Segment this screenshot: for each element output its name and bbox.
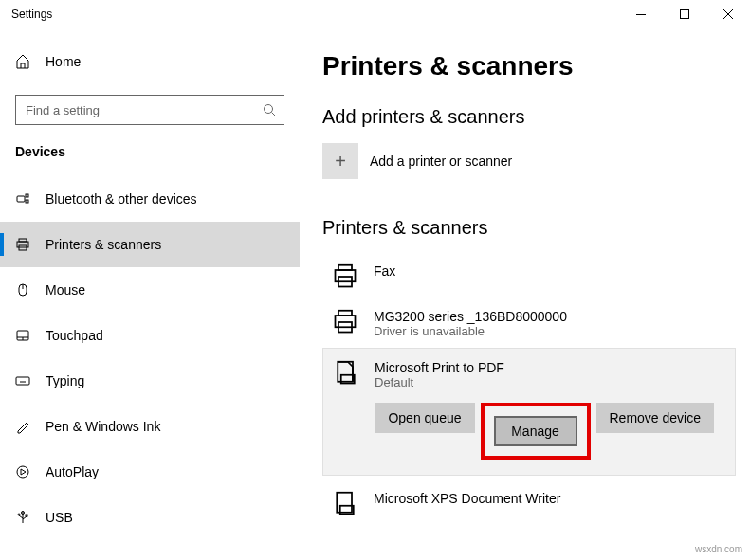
printer-icon — [333, 360, 361, 387]
close-button[interactable] — [706, 0, 750, 28]
svg-rect-1 — [681, 10, 689, 19]
page-heading: Printers & scanners — [322, 51, 731, 81]
close-icon — [723, 9, 733, 19]
search-input[interactable]: Find a setting — [15, 95, 284, 125]
sidebar-item-label: Pen & Windows Ink — [46, 419, 160, 434]
sidebar-item-label: Bluetooth & other devices — [46, 191, 197, 207]
device-status: Driver is unavailable — [374, 324, 731, 338]
autoplay-icon — [15, 464, 34, 479]
open-queue-button[interactable]: Open queue — [375, 403, 474, 433]
content-pane: Printers & scanners Add printers & scann… — [300, 28, 750, 560]
window-title: Settings — [11, 8, 52, 21]
sidebar-item-pen[interactable]: Pen & Windows Ink — [0, 404, 300, 449]
svg-rect-35 — [337, 493, 352, 513]
mouse-icon — [15, 282, 34, 298]
list-section-heading: Printers & scanners — [322, 217, 731, 239]
svg-rect-7 — [26, 194, 28, 197]
device-status: Default — [375, 375, 725, 389]
svg-line-5 — [272, 113, 276, 117]
search-icon — [263, 103, 276, 117]
svg-point-4 — [265, 105, 273, 114]
svg-rect-17 — [16, 377, 29, 385]
bluetooth-icon — [15, 191, 34, 207]
sidebar-item-typing[interactable]: Typing — [0, 358, 300, 404]
minimize-button[interactable] — [619, 0, 663, 28]
watermark: wsxdn.com — [695, 544, 742, 554]
printer-icon — [332, 491, 360, 517]
manage-button[interactable]: Manage — [494, 416, 577, 446]
remove-device-button[interactable]: Remove device — [596, 403, 715, 433]
device-name: Fax — [374, 263, 731, 279]
add-printer-button[interactable]: + Add a printer or scanner — [322, 143, 731, 179]
sidebar-item-touchpad[interactable]: Touchpad — [0, 313, 300, 358]
sidebar-item-autoplay[interactable]: AutoPlay — [0, 449, 300, 495]
maximize-icon — [680, 9, 689, 19]
keyboard-icon — [15, 373, 34, 388]
usb-icon — [15, 510, 34, 525]
printer-icon — [332, 263, 360, 290]
sidebar-item-label: Printers & scanners — [46, 237, 161, 252]
svg-rect-6 — [17, 196, 25, 202]
sidebar-item-mouse[interactable]: Mouse — [0, 267, 300, 313]
device-name: MG3200 series _136BD8000000 — [374, 309, 731, 324]
device-row-mg3200[interactable]: MG3200 series _136BD8000000 Driver is un… — [322, 299, 731, 348]
svg-point-22 — [17, 466, 28, 478]
svg-rect-8 — [26, 200, 28, 203]
svg-point-25 — [18, 514, 20, 515]
sidebar-item-usb[interactable]: USB — [0, 495, 300, 540]
plus-icon: + — [322, 143, 358, 179]
device-card-print-to-pdf[interactable]: Microsoft Print to PDF Default Open queu… — [322, 348, 736, 476]
sidebar-item-bluetooth[interactable]: Bluetooth & other devices — [0, 176, 300, 222]
svg-rect-26 — [26, 515, 27, 516]
device-name: Microsoft XPS Document Writer — [374, 491, 731, 506]
device-name: Microsoft Print to PDF — [375, 360, 725, 375]
add-section-heading: Add printers & scanners — [322, 106, 731, 128]
home-label: Home — [46, 54, 81, 69]
sidebar-item-label: AutoPlay — [46, 464, 99, 479]
sidebar: Home Find a setting Devices Bluetooth & … — [0, 28, 300, 560]
titlebar: Settings — [0, 0, 750, 28]
maximize-button[interactable] — [663, 0, 706, 28]
printer-icon — [15, 237, 34, 252]
minimize-icon — [636, 14, 646, 15]
sidebar-item-label: Touchpad — [46, 328, 103, 343]
device-row-xps[interactable]: Microsoft XPS Document Writer — [322, 481, 731, 527]
window-controls — [619, 0, 750, 28]
pen-icon — [15, 419, 34, 434]
sidebar-item-label: USB — [46, 510, 73, 525]
home-button[interactable]: Home — [0, 43, 300, 81]
sidebar-item-label: Typing — [46, 373, 84, 388]
touchpad-icon — [15, 328, 34, 343]
search-placeholder: Find a setting — [26, 103, 100, 117]
printer-icon — [332, 309, 360, 335]
add-printer-label: Add a printer or scanner — [370, 154, 512, 169]
home-icon — [15, 54, 34, 69]
sidebar-item-printers[interactable]: Printers & scanners — [0, 222, 300, 267]
device-row-fax[interactable]: Fax — [322, 254, 731, 299]
manage-highlight-box: Manage — [481, 403, 591, 460]
sidebar-item-label: Mouse — [46, 282, 85, 298]
sidebar-section-title: Devices — [0, 144, 300, 159]
svg-rect-0 — [636, 14, 646, 15]
